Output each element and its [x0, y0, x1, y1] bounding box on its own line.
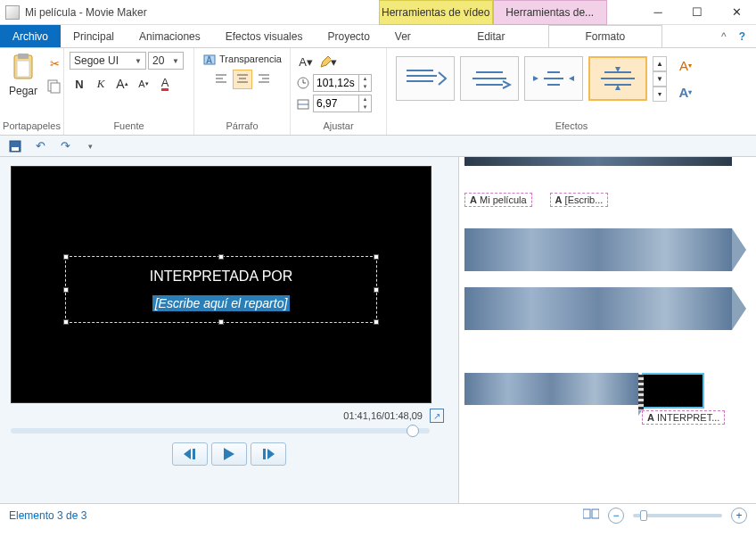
- menu-help-area: ^ ?: [711, 25, 756, 47]
- effect-scroll-3[interactable]: [524, 56, 583, 101]
- effect-scroll-2[interactable]: [460, 56, 519, 101]
- next-frame-button[interactable]: [251, 442, 286, 466]
- ribbon-group-adjust: A▾ ▾ ▲▼ ▲▼ Ajustar: [291, 48, 387, 135]
- duration-spinner[interactable]: ▲▼: [313, 95, 372, 112]
- ribbon-group-paragraph: A Transparencia Párrafo: [194, 48, 291, 135]
- fullscreen-button[interactable]: ↗: [430, 409, 444, 423]
- bold-button[interactable]: N: [70, 74, 89, 94]
- align-center-button[interactable]: [233, 70, 252, 89]
- maximize-button[interactable]: ☐: [678, 0, 717, 25]
- font-family-combo[interactable]: Segoe UI▼: [70, 52, 146, 70]
- shrink-font-button[interactable]: A▾: [134, 74, 153, 94]
- edit-text-button[interactable]: ▾: [318, 52, 338, 71]
- copy-icon: [47, 79, 62, 94]
- context-tabs: Herramientas de vídeo Herramientas de...: [379, 0, 607, 25]
- save-icon: [9, 140, 21, 153]
- tab-format[interactable]: Formato: [548, 25, 662, 47]
- clock-icon: [296, 76, 310, 90]
- save-button[interactable]: [5, 136, 25, 156]
- prev-frame-button[interactable]: [172, 442, 208, 466]
- preview-viewport[interactable]: INTERPRETADA POR [Escribe aquí el repart…: [11, 166, 431, 403]
- duration-icon: [296, 96, 310, 111]
- zoom-thumb[interactable]: [640, 510, 647, 521]
- help-icon[interactable]: ?: [739, 30, 745, 43]
- thumbnail-size-button[interactable]: [583, 508, 599, 523]
- timeline-caption-1[interactable]: A Mi película: [464, 193, 532, 207]
- redo-button[interactable]: ↷: [55, 136, 75, 156]
- status-text: Elemento 3 de 3: [9, 509, 86, 522]
- text-outline-button[interactable]: A▾: [676, 55, 695, 75]
- tab-visual-effects[interactable]: Efectos visuales: [213, 25, 316, 47]
- zoom-slider[interactable]: [633, 514, 722, 517]
- workspace: INTERPRETADA POR [Escribe aquí el repart…: [0, 157, 756, 503]
- text-effects-button[interactable]: A▾: [676, 82, 695, 102]
- copy-button[interactable]: [45, 77, 64, 96]
- thumbnail-icon: [583, 508, 599, 520]
- transparency-icon: A: [202, 52, 217, 66]
- italic-button[interactable]: K: [91, 74, 111, 94]
- font-size-combo[interactable]: 20▼: [148, 52, 184, 70]
- effect-scroll-4[interactable]: [588, 56, 647, 101]
- ribbon-group-font: Segoe UI▼ 20▼ N K A▴ A▾ A Fuente: [64, 48, 194, 135]
- seek-thumb[interactable]: [407, 425, 419, 437]
- ribbon: Pegar ✂ Portapapeles Segoe UI▼ 20▼ N K: [0, 48, 756, 136]
- effect-scroll-1[interactable]: [396, 56, 455, 101]
- align-left-button[interactable]: [211, 70, 231, 89]
- timeline-caption-3[interactable]: A INTERPRET...: [642, 410, 725, 425]
- clipboard-group-label: Portapapeles: [0, 119, 63, 135]
- zoom-in-button[interactable]: +: [731, 508, 747, 524]
- minimize-button[interactable]: ─: [638, 0, 678, 25]
- timeline-caption-2[interactable]: A [Escrib...: [550, 193, 609, 207]
- caption-title: INTERPRETADA POR: [150, 268, 293, 285]
- paragraph-group-label: Párrafo: [194, 119, 290, 135]
- transparency-button[interactable]: Transparencia: [219, 54, 282, 64]
- window-controls: ─ ☐ ✕: [638, 0, 756, 25]
- svg-rect-4: [51, 83, 60, 93]
- tab-home[interactable]: Principal: [61, 25, 127, 47]
- clipboard-icon: [11, 54, 36, 82]
- paste-label: Pegar: [9, 85, 37, 97]
- timeline-title-thumb[interactable]: [642, 373, 704, 409]
- titlebar: Mi película - Movie Maker Herramientas d…: [0, 0, 756, 25]
- quick-access-toolbar: ↶ ↷ ▾: [0, 136, 756, 157]
- play-button[interactable]: [211, 442, 247, 466]
- start-time-spinner[interactable]: ▲▼: [313, 74, 372, 92]
- font-group-label: Fuente: [64, 119, 193, 135]
- timeline-pane[interactable]: A Mi película A [Escrib... A INTERPRET..…: [458, 157, 756, 503]
- seek-bar[interactable]: [11, 428, 430, 434]
- timeline-clip-3[interactable]: [464, 373, 638, 405]
- svg-rect-36: [263, 449, 266, 459]
- text-edit-box[interactable]: INTERPRETADA POR [Escribe aquí el repart…: [65, 256, 377, 323]
- cut-button[interactable]: ✂: [45, 54, 64, 73]
- effects-gallery-scroll[interactable]: ▲▼▾: [653, 56, 667, 102]
- window-title: Mi película - Movie Maker: [25, 6, 147, 19]
- tab-animations[interactable]: Animaciones: [127, 25, 213, 47]
- tab-file[interactable]: Archivo: [0, 25, 61, 47]
- tab-project[interactable]: Proyecto: [315, 25, 382, 47]
- qat-customize-button[interactable]: ▾: [80, 136, 100, 156]
- svg-rect-37: [583, 509, 590, 518]
- app-icon: [5, 5, 20, 20]
- tab-view[interactable]: Ver: [382, 25, 423, 47]
- timeline-clip-1[interactable]: [464, 228, 732, 271]
- zoom-out-button[interactable]: −: [608, 508, 624, 524]
- effects-group-label: Efectos: [387, 119, 756, 135]
- preview-pane: INTERPRETADA POR [Escribe aquí el repart…: [0, 157, 458, 503]
- svg-text:A: A: [206, 55, 212, 65]
- align-right-button[interactable]: [254, 70, 274, 89]
- svg-rect-2: [17, 61, 29, 77]
- undo-button[interactable]: ↶: [30, 136, 50, 156]
- close-button[interactable]: ✕: [717, 0, 756, 25]
- paste-button[interactable]: Pegar: [5, 52, 41, 99]
- context-tab-video[interactable]: Herramientas de vídeo: [379, 0, 493, 25]
- ribbon-collapse-icon[interactable]: ^: [721, 30, 727, 43]
- context-tab-text[interactable]: Herramientas de...: [493, 0, 607, 25]
- background-color-button[interactable]: A▾: [296, 52, 316, 71]
- statusbar: Elemento 3 de 3 − +: [0, 503, 756, 526]
- caption-placeholder[interactable]: [Escribe aquí el reparto]: [152, 295, 291, 311]
- tab-edit[interactable]: Editar: [434, 25, 548, 47]
- font-color-button[interactable]: A: [155, 74, 175, 94]
- timeline-clip-2[interactable]: [464, 287, 732, 330]
- svg-rect-35: [193, 449, 195, 459]
- grow-font-button[interactable]: A▴: [112, 74, 132, 94]
